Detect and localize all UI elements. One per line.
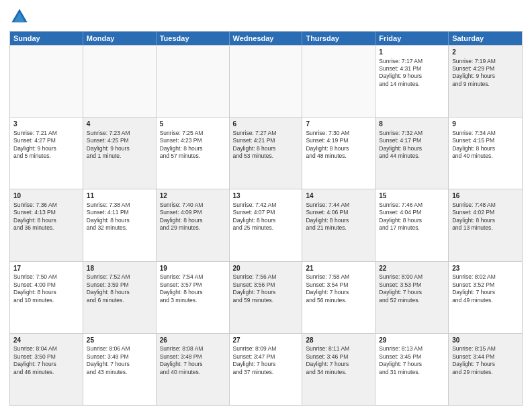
day-number: 29 <box>379 336 445 345</box>
cell-sunrise: Sunrise: 7:36 AM <box>13 201 79 209</box>
cell-sunset: Sunset: 4:00 PM <box>13 281 79 289</box>
calendar-row-4: 24Sunrise: 8:04 AMSunset: 3:50 PMDayligh… <box>10 333 522 405</box>
cell-daylight-hours: Daylight: 7 hours <box>233 289 299 296</box>
cell-sunrise: Sunrise: 7:48 AM <box>452 201 519 209</box>
cell-sunrise: Sunrise: 7:17 AM <box>379 58 445 65</box>
cell-sunset: Sunset: 4:31 PM <box>379 65 445 73</box>
calendar-cell-25: 25Sunrise: 8:06 AMSunset: 3:49 PMDayligh… <box>83 334 157 405</box>
day-number: 28 <box>306 336 371 345</box>
day-number: 6 <box>233 120 299 129</box>
calendar-cell-empty-0-1 <box>83 46 157 117</box>
cell-daylight-minutes: and 3 minutes. <box>160 297 226 304</box>
cell-sunrise: Sunrise: 7:34 AM <box>452 130 519 137</box>
cell-daylight-minutes: and 31 minutes. <box>379 369 445 376</box>
cell-sunrise: Sunrise: 8:08 AM <box>160 345 226 353</box>
cell-sunrise: Sunrise: 7:44 AM <box>306 201 371 209</box>
header-day-saturday: Saturday <box>449 32 522 45</box>
cell-sunrise: Sunrise: 7:32 AM <box>379 130 445 137</box>
calendar-cell-24: 24Sunrise: 8:04 AMSunset: 3:50 PMDayligh… <box>10 334 83 405</box>
cell-sunset: Sunset: 3:54 PM <box>306 281 371 289</box>
calendar-cell-empty-0-4 <box>302 46 375 117</box>
day-number: 25 <box>87 336 152 345</box>
cell-sunset: Sunset: 4:02 PM <box>452 209 519 216</box>
cell-daylight-minutes: and 49 minutes. <box>452 297 519 304</box>
cell-sunrise: Sunrise: 7:21 AM <box>13 130 79 137</box>
cell-daylight-minutes: and 44 minutes. <box>379 152 445 160</box>
header <box>9 7 523 27</box>
calendar-cell-30: 30Sunrise: 8:15 AMSunset: 3:44 PMDayligh… <box>449 334 522 405</box>
cell-daylight-hours: Daylight: 8 hours <box>160 289 226 296</box>
day-number: 1 <box>379 48 445 57</box>
cell-daylight-minutes: and 53 minutes. <box>233 152 299 160</box>
cell-sunset: Sunset: 4:27 PM <box>13 137 79 144</box>
cell-daylight-hours: Daylight: 7 hours <box>13 361 79 368</box>
calendar-row-0: 1Sunrise: 7:17 AMSunset: 4:31 PMDaylight… <box>10 45 522 117</box>
cell-sunrise: Sunrise: 7:42 AM <box>233 201 299 209</box>
calendar-cell-3: 3Sunrise: 7:21 AMSunset: 4:27 PMDaylight… <box>10 118 83 189</box>
calendar-cell-empty-0-0 <box>10 46 83 117</box>
calendar-cell-20: 20Sunrise: 7:56 AMSunset: 3:56 PMDayligh… <box>230 262 303 333</box>
header-day-wednesday: Wednesday <box>230 32 303 45</box>
cell-sunset: Sunset: 3:48 PM <box>160 353 226 361</box>
cell-daylight-hours: Daylight: 9 hours <box>379 73 445 80</box>
cell-sunset: Sunset: 4:17 PM <box>379 137 445 144</box>
cell-daylight-hours: Daylight: 9 hours <box>87 145 152 152</box>
cell-sunset: Sunset: 4:07 PM <box>233 209 299 216</box>
calendar-cell-22: 22Sunrise: 8:00 AMSunset: 3:53 PMDayligh… <box>375 262 449 333</box>
cell-sunset: Sunset: 4:06 PM <box>306 209 371 216</box>
cell-daylight-hours: Daylight: 8 hours <box>306 145 371 152</box>
day-number: 2 <box>452 48 519 57</box>
cell-sunset: Sunset: 3:47 PM <box>233 353 299 361</box>
header-day-tuesday: Tuesday <box>157 32 230 45</box>
cell-daylight-minutes: and 6 minutes. <box>87 297 152 304</box>
cell-sunset: Sunset: 4:15 PM <box>452 137 519 144</box>
calendar-row-1: 3Sunrise: 7:21 AMSunset: 4:27 PMDaylight… <box>10 117 522 189</box>
cell-daylight-hours: Daylight: 9 hours <box>452 73 519 80</box>
cell-daylight-hours: Daylight: 9 hours <box>13 145 79 152</box>
cell-daylight-minutes: and 29 minutes. <box>160 224 226 232</box>
cell-daylight-hours: Daylight: 8 hours <box>452 145 519 152</box>
cell-daylight-minutes: and 29 minutes. <box>452 369 519 376</box>
day-number: 15 <box>379 191 445 201</box>
day-number: 5 <box>160 120 226 129</box>
header-day-thursday: Thursday <box>302 32 375 45</box>
cell-sunrise: Sunrise: 7:19 AM <box>452 58 519 65</box>
cell-daylight-minutes: and 9 minutes. <box>452 81 519 88</box>
logo <box>9 7 32 27</box>
calendar-cell-empty-0-3 <box>230 46 303 117</box>
day-number: 10 <box>13 191 79 201</box>
cell-sunset: Sunset: 4:25 PM <box>87 137 152 144</box>
cell-daylight-hours: Daylight: 7 hours <box>452 361 519 368</box>
cell-sunrise: Sunrise: 8:15 AM <box>452 345 519 353</box>
cell-daylight-hours: Daylight: 7 hours <box>452 289 519 296</box>
day-number: 17 <box>13 264 79 273</box>
day-number: 18 <box>87 264 152 273</box>
cell-sunrise: Sunrise: 8:13 AM <box>379 345 445 353</box>
calendar-cell-11: 11Sunrise: 7:38 AMSunset: 4:11 PMDayligh… <box>83 189 157 261</box>
cell-daylight-minutes: and 48 minutes. <box>306 152 371 160</box>
cell-daylight-minutes: and 37 minutes. <box>233 369 299 376</box>
cell-daylight-hours: Daylight: 8 hours <box>13 217 79 224</box>
logo-icon <box>9 7 30 27</box>
cell-daylight-minutes: and 34 minutes. <box>306 369 371 376</box>
day-number: 9 <box>452 120 519 129</box>
cell-daylight-minutes: and 56 minutes. <box>306 297 371 304</box>
calendar-cell-14: 14Sunrise: 7:44 AMSunset: 4:06 PMDayligh… <box>302 189 375 261</box>
calendar-header: SundayMondayTuesdayWednesdayThursdayFrid… <box>10 32 522 45</box>
cell-sunset: Sunset: 3:59 PM <box>87 281 152 289</box>
cell-daylight-minutes: and 21 minutes. <box>306 224 371 232</box>
cell-sunset: Sunset: 3:49 PM <box>87 353 152 361</box>
cell-daylight-hours: Daylight: 7 hours <box>87 361 152 368</box>
day-number: 13 <box>233 191 299 201</box>
calendar-cell-18: 18Sunrise: 7:52 AMSunset: 3:59 PMDayligh… <box>83 262 157 333</box>
cell-sunrise: Sunrise: 7:25 AM <box>160 130 226 137</box>
calendar-row-3: 17Sunrise: 7:50 AMSunset: 4:00 PMDayligh… <box>10 261 522 333</box>
cell-daylight-minutes: and 46 minutes. <box>13 369 79 376</box>
calendar: SundayMondayTuesdayWednesdayThursdayFrid… <box>9 31 523 406</box>
cell-sunset: Sunset: 4:09 PM <box>160 209 226 216</box>
cell-daylight-hours: Daylight: 8 hours <box>160 145 226 152</box>
cell-sunrise: Sunrise: 8:04 AM <box>13 345 79 353</box>
calendar-cell-19: 19Sunrise: 7:54 AMSunset: 3:57 PMDayligh… <box>157 262 230 333</box>
cell-daylight-hours: Daylight: 8 hours <box>306 217 371 224</box>
calendar-cell-10: 10Sunrise: 7:36 AMSunset: 4:13 PMDayligh… <box>10 189 83 261</box>
